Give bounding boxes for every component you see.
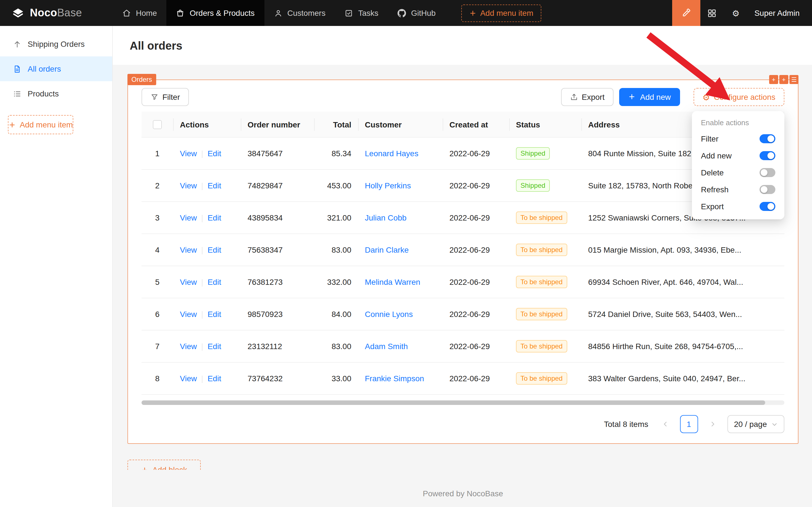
enable-action-toggle-item[interactable]: Filter [692,130,785,147]
nocobase-brand[interactable]: NocoBase [0,0,113,26]
add-new-button[interactable]: Add new [619,88,680,106]
total-cell: 453.00 [314,170,358,202]
sidebar-item[interactable]: Shipping Orders [0,32,112,56]
total-cell: 332.00 [314,266,358,298]
customer-link[interactable]: Connie Lyons [365,310,413,319]
total-cell: 83.00 [314,234,358,266]
customer-link[interactable]: Frankie Simpson [365,374,424,383]
filter-funnel-icon [151,93,159,101]
created-at-cell: 2022-06-29 [443,137,509,170]
page-title: All orders [130,40,795,52]
page-1-button[interactable]: 1 [680,415,698,434]
view-link[interactable]: View [180,181,197,190]
dropdown-title: Enable actions [692,114,785,130]
enable-action-toggle-item[interactable]: Refresh [692,181,785,198]
toggle-switch[interactable] [760,202,775,211]
view-link[interactable]: View [180,149,197,158]
prev-page-button[interactable] [656,415,674,434]
edit-link[interactable]: Edit [208,245,221,255]
total-cell: 85.34 [314,137,358,170]
ui-editor-button[interactable] [672,0,700,26]
row-index: 5 [155,278,160,287]
gear-icon: ⚙ [702,93,710,101]
toggle-switch[interactable] [760,151,775,160]
order-number-cell: 23132112 [241,331,314,362]
nav-add-menu-item-button[interactable]: Add menu item [461,4,541,22]
tasks-icon [345,9,353,17]
orders-block: Orders + + ☰ Filter [127,79,799,444]
customer-link[interactable]: Leonard Hayes [365,149,418,158]
settings-gear-icon[interactable]: ⚙ [724,0,748,26]
view-link[interactable]: View [180,214,197,222]
address-cell: 84856 Hirthe Run, Suite 268, 94754-6705,… [581,331,785,362]
plugins-grid-icon[interactable] [700,0,724,26]
toggle-switch[interactable] [760,168,775,177]
edit-link[interactable]: Edit [208,149,221,158]
edit-link[interactable]: Edit [208,374,221,383]
top-menu-item[interactable]: Tasks [335,0,388,26]
row-index: 3 [155,214,160,222]
highlighter-icon [681,8,691,18]
customers-icon [274,9,282,17]
view-link[interactable]: View [180,310,197,319]
block-initializer-icon[interactable]: + [779,75,788,84]
pagination: Total 8 items 1 20 / page [128,405,798,444]
plus-icon [8,121,16,128]
top-menu-item[interactable]: Home [113,0,167,26]
view-link[interactable]: View [180,374,197,383]
row-index: 1 [155,149,160,158]
top-menu-item[interactable]: Customers [264,0,335,26]
row-index: 8 [155,374,160,383]
status-badge: To be shipped [516,244,567,256]
enable-action-toggle-item[interactable]: Add new [692,147,785,164]
created-at-cell: 2022-06-29 [443,234,509,266]
total-cell: 321.00 [314,202,358,234]
customer-link[interactable]: Melinda Warren [365,278,420,287]
sidebar-add-menu-item-button[interactable]: Add menu item [8,115,73,134]
status-badge: Shipped [516,148,550,160]
export-button[interactable]: Export [561,88,614,106]
top-menu-item[interactable]: GitHub [388,0,445,26]
edit-link[interactable]: Edit [208,214,221,222]
export-icon [570,93,578,101]
toggle-switch[interactable] [760,185,775,194]
add-block-button[interactable]: Add block [127,460,201,470]
customer-link[interactable]: Darin Clarke [365,245,409,255]
customer-link[interactable]: Julian Cobb [365,214,407,222]
next-page-button[interactable] [703,415,721,434]
scrollbar-thumb[interactable] [141,401,765,405]
configure-actions-button[interactable]: ⚙ Configure actions [693,88,785,106]
user-menu[interactable]: Super Admin [748,0,812,26]
view-link[interactable]: View [180,278,197,287]
block-settings-menu-icon[interactable]: ☰ [790,75,799,84]
sidebar-item[interactable]: Products [0,81,112,106]
edit-link[interactable]: Edit [208,278,221,287]
view-link[interactable]: View [180,342,197,351]
view-link[interactable]: View [180,245,197,255]
order-number-cell: 38475647 [241,137,314,170]
status-badge: To be shipped [516,212,567,224]
filter-button[interactable]: Filter [141,88,189,106]
drag-handle-icon[interactable]: + [769,75,778,84]
top-menu-item[interactable]: Orders & Products [167,0,264,26]
brand-name: NocoBase [30,7,82,19]
row-index: 4 [155,245,160,255]
select-all-checkbox[interactable] [153,120,162,129]
app-root: NocoBase Home Orders & Products Customer… [0,0,812,507]
edit-link[interactable]: Edit [208,310,221,319]
enable-action-toggle-item[interactable]: Delete [692,164,785,181]
column-header-actions: Actions [173,112,241,137]
customer-link[interactable]: Holly Perkins [365,181,411,190]
order-number-cell: 75638347 [241,234,314,266]
enable-action-toggle-item[interactable]: Export [692,198,785,215]
sidebar-item[interactable]: All orders [0,56,112,81]
arrow-up-icon [13,40,21,48]
order-number-cell: 98570923 [241,298,314,331]
edit-link[interactable]: Edit [208,342,221,351]
page-size-select[interactable]: 20 / page [727,415,785,434]
toggle-switch[interactable] [760,134,775,143]
created-at-cell: 2022-06-29 [443,331,509,362]
edit-link[interactable]: Edit [208,181,221,190]
address-cell: 015 Margie Mission, Apt. 093, 34936, Ebe… [581,234,785,266]
customer-link[interactable]: Adam Smith [365,342,408,351]
